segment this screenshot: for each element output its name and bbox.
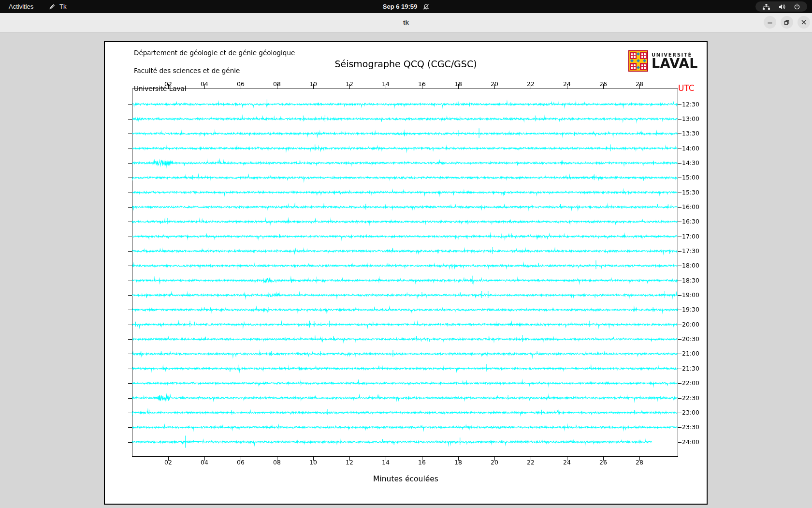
x-tick-label: 04 bbox=[198, 80, 211, 88]
shield-quadrant bbox=[640, 52, 647, 59]
x-tick-label: 20 bbox=[488, 80, 501, 88]
x-tick-label: 22 bbox=[524, 80, 537, 88]
x-tick-label: 10 bbox=[307, 80, 319, 88]
x-tick-label: 24 bbox=[561, 80, 573, 88]
institution-line1: Département de géologie et de génie géol… bbox=[134, 49, 295, 57]
utc-time-label: 24:00 bbox=[682, 438, 699, 446]
x-tick-label: 08 bbox=[271, 459, 283, 466]
window-controls bbox=[764, 16, 810, 29]
utc-time-label: 13:30 bbox=[682, 130, 699, 137]
x-tick-label: 18 bbox=[452, 459, 464, 466]
laval-wordmark: UNIVERSITÉ LAVAL bbox=[652, 52, 698, 69]
utc-time-label: 15:00 bbox=[682, 174, 699, 181]
window-content: Département de géologie et de génie géol… bbox=[0, 32, 812, 508]
laval-wordmark-bottom: LAVAL bbox=[652, 58, 698, 69]
maximize-icon bbox=[781, 16, 793, 29]
utc-time-label: 18:00 bbox=[682, 262, 699, 269]
laval-shield-icon bbox=[628, 50, 648, 72]
system-tray[interactable] bbox=[755, 1, 807, 12]
shield-quadrant bbox=[640, 63, 647, 70]
network-icon bbox=[762, 3, 770, 10]
utc-axis-label: UTC bbox=[678, 83, 695, 93]
close-icon bbox=[798, 16, 810, 29]
volume-icon bbox=[778, 3, 786, 10]
x-tick-label: 06 bbox=[234, 459, 247, 466]
window-title-bar[interactable]: tk bbox=[0, 13, 812, 32]
close-button[interactable] bbox=[798, 16, 810, 29]
shield-dot bbox=[630, 59, 634, 62]
utc-time-label: 22:00 bbox=[682, 379, 699, 387]
utc-time-label: 19:00 bbox=[682, 291, 699, 299]
seismograph-canvas-frame: Département de géologie et de génie géol… bbox=[104, 41, 708, 505]
utc-time-label: 20:00 bbox=[682, 321, 699, 329]
plot-title: Séismographe QCQ (CGC/GSC) bbox=[105, 59, 707, 69]
shield-dot bbox=[637, 59, 640, 62]
x-tick-label: 28 bbox=[633, 459, 646, 466]
utc-time-label: 14:30 bbox=[682, 159, 699, 167]
utc-time-label: 21:00 bbox=[682, 350, 699, 358]
utc-time-label: 17:00 bbox=[682, 233, 699, 240]
x-tick-label: 02 bbox=[162, 80, 174, 88]
utc-time-label: 16:00 bbox=[682, 203, 699, 211]
app-indicator-label: Tk bbox=[59, 3, 66, 10]
shield-dot bbox=[637, 52, 640, 56]
utc-time-label: 23:30 bbox=[682, 423, 699, 431]
shield-quadrant bbox=[630, 63, 637, 70]
x-tick-label: 06 bbox=[234, 80, 247, 88]
x-tick-label: 02 bbox=[162, 459, 174, 466]
seismogram-plot-canvas bbox=[105, 42, 707, 504]
universite-laval-logo: UNIVERSITÉ LAVAL bbox=[628, 50, 698, 72]
tk-feather-icon bbox=[48, 3, 56, 10]
utc-time-label: 21:30 bbox=[682, 365, 699, 373]
x-tick-label: 28 bbox=[633, 80, 646, 88]
clock-label: Sep 6 19:59 bbox=[383, 3, 418, 10]
window-title: tk bbox=[403, 13, 409, 32]
utc-time-label: 17:30 bbox=[682, 247, 699, 255]
utc-time-label: 18:30 bbox=[682, 277, 699, 284]
x-tick-label: 18 bbox=[452, 80, 464, 88]
x-tick-label: 12 bbox=[343, 459, 356, 466]
utc-time-label: 19:30 bbox=[682, 306, 699, 314]
bell-muted-icon bbox=[422, 3, 429, 10]
utc-time-label: 20:30 bbox=[682, 335, 699, 343]
x-tick-label: 14 bbox=[379, 80, 392, 88]
utc-time-label: 12:30 bbox=[682, 101, 699, 108]
gnome-top-bar: Activities Tk Sep 6 19:59 bbox=[0, 0, 812, 13]
clock-button[interactable]: Sep 6 19:59 bbox=[383, 0, 430, 13]
utc-time-label: 23:00 bbox=[682, 409, 699, 417]
x-tick-label: 14 bbox=[379, 459, 392, 466]
x-tick-label: 04 bbox=[198, 459, 211, 466]
utc-time-label: 22:30 bbox=[682, 394, 699, 402]
maximize-button[interactable] bbox=[781, 16, 793, 29]
x-tick-label: 16 bbox=[416, 459, 428, 466]
x-tick-label: 08 bbox=[271, 80, 283, 88]
x-tick-label: 26 bbox=[597, 80, 609, 88]
x-tick-label: 10 bbox=[307, 459, 319, 466]
shield-quadrant bbox=[630, 52, 637, 59]
activities-label: Activities bbox=[9, 3, 33, 10]
x-tick-label: 16 bbox=[416, 80, 428, 88]
shield-dot bbox=[643, 59, 646, 62]
app-indicator-tk[interactable]: Tk bbox=[48, 0, 66, 13]
shield-dot bbox=[637, 66, 640, 69]
utc-time-label: 14:00 bbox=[682, 145, 699, 152]
x-tick-label: 26 bbox=[597, 459, 609, 466]
utc-time-label: 15:30 bbox=[682, 189, 699, 196]
minimize-button[interactable] bbox=[764, 16, 776, 29]
x-axis-title: Minutes écoulées bbox=[105, 475, 707, 483]
x-tick-label: 12 bbox=[343, 80, 356, 88]
utc-time-label: 13:00 bbox=[682, 115, 699, 123]
minimize-icon bbox=[764, 16, 776, 29]
utc-time-label: 16:30 bbox=[682, 218, 699, 225]
activities-button[interactable]: Activities bbox=[0, 0, 42, 13]
x-tick-label: 20 bbox=[488, 459, 501, 466]
x-tick-label: 24 bbox=[561, 459, 573, 466]
institution-line3: Université Laval bbox=[134, 85, 187, 92]
x-tick-label: 22 bbox=[524, 459, 537, 466]
power-icon bbox=[794, 3, 800, 10]
